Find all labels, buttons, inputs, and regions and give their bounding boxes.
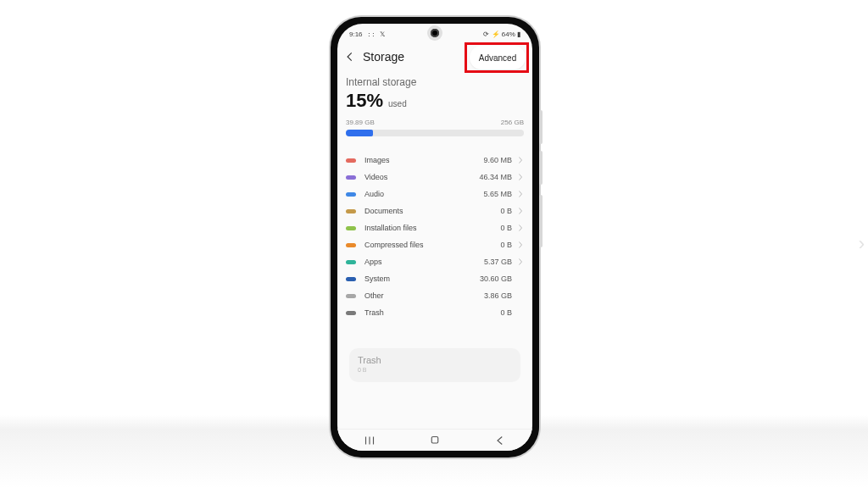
carousel-next-icon[interactable]: › [859, 233, 865, 255]
category-value: 3.86 GB [484, 291, 512, 300]
chevron-right-icon [517, 207, 524, 215]
used-percent: 15% [346, 90, 383, 112]
trash-card-title: Trash [358, 355, 512, 365]
category-color-pill [346, 243, 356, 247]
chevron-right-icon [517, 241, 524, 249]
category-value: 0 B [500, 224, 512, 232]
category-value: 0 B [500, 308, 512, 317]
chevron-right-icon [517, 156, 524, 164]
chevron-right-icon [517, 258, 524, 266]
category-row[interactable]: Images9.60 MB [346, 152, 524, 169]
total-gb: 256 GB [501, 119, 524, 126]
status-battery: ⟳ ⚡ 64% ▮ [483, 30, 520, 38]
category-row: Other3.86 GB [346, 287, 524, 304]
back-button[interactable] [342, 49, 358, 64]
category-color-pill [346, 209, 356, 214]
chevron-right-icon [517, 224, 524, 232]
category-color-pill [346, 175, 356, 180]
category-label: Other [364, 291, 484, 300]
power-button [539, 195, 542, 247]
category-row: Trash0 B [346, 304, 524, 321]
category-label: Installation files [364, 224, 500, 232]
category-value: 5.65 MB [483, 190, 512, 198]
category-row[interactable]: Videos46.34 MB [346, 169, 524, 186]
section-title: Internal storage [346, 76, 524, 88]
category-list: Images9.60 MBVideos46.34 MBAudio5.65 MBD… [346, 152, 524, 321]
phone-frame: 9:16 ꞉ ꞉ 𝕏 ⟳ ⚡ 64% ▮ Storage Advanced In… [331, 17, 539, 458]
category-label: Images [364, 156, 483, 164]
category-label: Audio [364, 190, 483, 198]
category-value: 9.60 MB [483, 156, 512, 164]
category-color-pill [346, 158, 356, 163]
category-label: Trash [364, 308, 500, 317]
chevron-right-icon [517, 190, 524, 198]
storage-content: Internal storage 15% used 39.89 GB 256 G… [337, 73, 532, 382]
category-color-pill [346, 311, 356, 315]
status-twitter-icon: 𝕏 [380, 30, 385, 38]
status-app-icons: ꞉ ꞉ [368, 30, 376, 38]
svg-rect-3 [431, 436, 438, 443]
category-row[interactable]: Installation files0 B [346, 219, 524, 236]
front-camera [431, 29, 439, 37]
used-label: used [388, 99, 407, 108]
category-value: 5.37 GB [484, 258, 512, 266]
category-value: 0 B [500, 241, 512, 249]
recents-nav-icon[interactable] [362, 435, 377, 446]
chevron-left-icon [344, 51, 356, 63]
category-row[interactable]: Audio5.65 MB [346, 186, 524, 202]
category-row: System30.60 GB [346, 270, 524, 287]
phone-screen: 9:16 ꞉ ꞉ 𝕏 ⟳ ⚡ 64% ▮ Storage Advanced In… [337, 24, 532, 451]
category-value: 46.34 MB [479, 173, 512, 181]
category-value: 0 B [500, 207, 512, 215]
trash-card[interactable]: Trash 0 B [349, 348, 520, 382]
category-value: 30.60 GB [480, 274, 512, 283]
app-header: Storage Advanced [337, 41, 532, 73]
home-nav-icon[interactable] [427, 435, 442, 446]
back-nav-icon[interactable] [492, 435, 508, 446]
chevron-right-icon [517, 173, 524, 181]
category-label: System [364, 274, 480, 283]
advanced-button[interactable]: Advanced [470, 46, 526, 69]
category-label: Apps [364, 258, 484, 266]
category-color-pill [346, 294, 356, 298]
category-color-pill [346, 226, 356, 230]
chevron-right-icon [517, 291, 524, 300]
android-nav-bar [337, 429, 532, 451]
volume-up-button [539, 110, 542, 144]
category-color-pill [346, 192, 356, 197]
chevron-right-icon [517, 308, 524, 317]
volume-down-button [539, 151, 542, 185]
category-color-pill [346, 277, 356, 281]
category-row[interactable]: Documents0 B [346, 202, 524, 219]
category-row[interactable]: Apps5.37 GB [346, 253, 524, 270]
page-title: Storage [363, 50, 404, 64]
trash-card-sub: 0 B [358, 367, 512, 373]
usage-bar-fill [346, 130, 373, 136]
category-row[interactable]: Compressed files0 B [346, 236, 524, 253]
chevron-right-icon [517, 274, 524, 283]
status-time: 9:16 [349, 30, 363, 38]
category-label: Videos [364, 173, 479, 181]
usage-bar-track [346, 130, 524, 136]
category-color-pill [346, 260, 356, 264]
used-gb: 39.89 GB [346, 119, 375, 126]
category-label: Compressed files [364, 241, 500, 249]
category-label: Documents [364, 207, 500, 215]
